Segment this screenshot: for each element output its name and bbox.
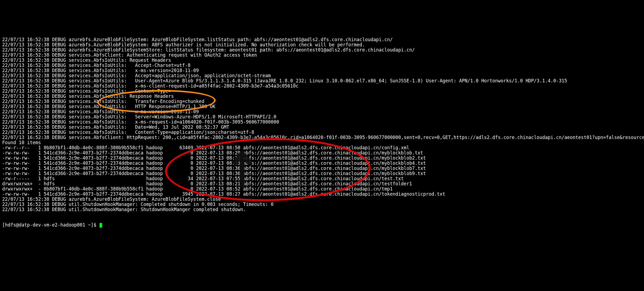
terminal-line: 22/07/13 16:52:38 DEBUG util.ShutdownHoo…: [2, 207, 642, 212]
terminal-line: 22/07/13 16:52:38 DEBUG services.AbfsIoU…: [2, 58, 642, 63]
terminal-line: drwxrwxrwx+ - 0b807bf1-40db-4e0c-888f-38…: [2, 186, 642, 192]
terminal-line: drwxrwxrwx+ - hdfs hadoop 0 2022-07-13 0…: [2, 181, 642, 186]
terminal-line: 22/07/13 16:52:38 DEBUG services.AbfsIoU…: [2, 94, 642, 99]
terminal-line: 22/07/13 16:52:38 DEBUG services.AbfsIoU…: [2, 114, 642, 119]
terminal-line: 22/07/13 16:52:38 DEBUG services.AbfsCli…: [2, 135, 642, 140]
terminal-line: 22/07/13 16:52:38 DEBUG services.AbfsIoU…: [2, 68, 642, 73]
terminal-line: 22/07/13 16:52:38 DEBUG services.AbfsIoU…: [2, 130, 642, 135]
terminal-line: 22/07/13 16:52:38 DEBUG services.AbfsIoU…: [2, 109, 642, 114]
terminal-line: 22/07/13 16:52:38 DEBUG services.AbfsIoU…: [2, 125, 642, 130]
terminal-line: 22/07/13 16:52:38 DEBUG azurebfs.AzureBl…: [2, 47, 642, 53]
terminal-line: Found 10 items: [2, 140, 642, 145]
terminal-line: 22/07/13 16:52:38 DEBUG azurebfs.AzureBl…: [2, 42, 642, 47]
terminal-output: 22/07/13 16:52:38 DEBUG azurebfs.AzureBl…: [2, 37, 642, 212]
terminal-line: 22/07/13 16:52:38 DEBUG services.AbfsIoU…: [2, 99, 642, 104]
terminal-line: 22/07/13 16:52:38 DEBUG services.AbfsCli…: [2, 53, 642, 58]
terminal-line: 22/07/13 16:52:38 DEBUG services.AbfsIoU…: [2, 83, 642, 89]
terminal-line: 22/07/13 16:52:38 DEBUG services.AbfsIoU…: [2, 119, 642, 125]
shell-prompt: [hdfs@datp-dev-vm-e2-hadoop001 ~]$: [2, 222, 99, 228]
terminal-line: 22/07/13 16:52:38 DEBUG services.AbfsIoU…: [2, 89, 642, 94]
terminal-window[interactable]: 22/07/13 16:52:38 DEBUG azurebfs.AzureBl…: [0, 26, 644, 291]
terminal-line: -rw-r--r-- 1 0b807bf1-40db-4e0c-888f-380…: [2, 145, 642, 150]
terminal-line: -rw-rw-rw- 1 541cd366-2c9e-4073-b2f7-237…: [2, 161, 642, 166]
terminal-line: 22/07/13 16:52:38 DEBUG services.AbfsIoU…: [2, 104, 642, 109]
terminal-line: 22/07/13 16:52:38 DEBUG services.AbfsIoU…: [2, 78, 642, 83]
cursor: [100, 223, 102, 228]
prompt-line[interactable]: [hdfs@datp-dev-vm-e2-hadoop001 ~]$: [2, 222, 642, 228]
terminal-line: -rw-rw-rw- 1 541cd366-2c9e-4073-b2f7-237…: [2, 166, 642, 171]
terminal-line: 22/07/13 16:52:38 DEBUG services.AbfsIoU…: [2, 73, 642, 78]
terminal-line: -rw-rw-rw- 1 541cd366-2c9e-4073-b2f7-237…: [2, 156, 642, 161]
terminal-line: -rw-r----- 1 hdfs hadoop 34 2022-07-13 0…: [2, 176, 642, 181]
terminal-line: 22/07/13 16:52:38 DEBUG services.AbfsIoU…: [2, 63, 642, 68]
terminal-line: 22/07/13 16:52:38 DEBUG azurebfs.AzureBl…: [2, 37, 642, 42]
terminal-line: -rw-rw-rw- 1 541cd366-2c9e-4073-b2f7-237…: [2, 192, 642, 197]
terminal-line: -rw-rw-rw- 1 541cd366-2c9e-4073-b2f7-237…: [2, 171, 642, 176]
terminal-line: 22/07/13 16:52:38 DEBUG azurebfs.AzureBl…: [2, 197, 642, 202]
terminal-line: 22/07/13 16:52:38 DEBUG util.ShutdownHoo…: [2, 202, 642, 207]
terminal-line: -rw-rw-rw- 1 541cd366-2c9e-4073-b2f7-237…: [2, 150, 642, 156]
